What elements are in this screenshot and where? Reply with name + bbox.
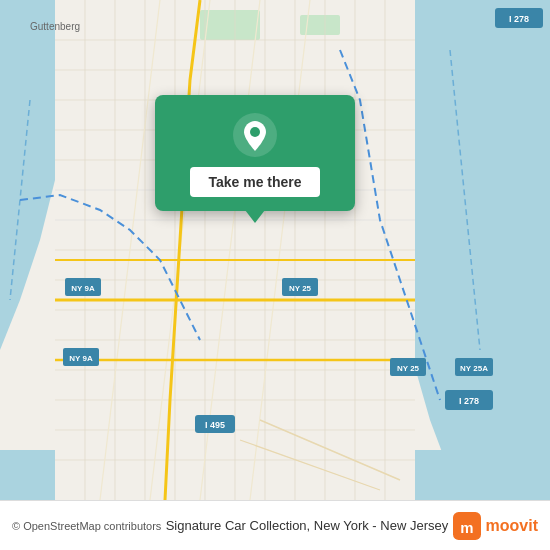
popup-card: Take me there — [155, 95, 355, 211]
location-label: Signature Car Collection, New York - New… — [166, 518, 449, 533]
take-me-there-button[interactable]: Take me there — [190, 167, 319, 197]
svg-text:I 278: I 278 — [509, 14, 529, 24]
moovit-icon: m — [453, 512, 481, 540]
svg-text:I 278: I 278 — [459, 396, 479, 406]
moovit-logo: m moovit — [453, 512, 538, 540]
attribution: © OpenStreetMap contributors — [12, 520, 161, 532]
map-svg: I 278 I 278 NY 9A NY 9A NY 25 NY 25 NY 2… — [0, 0, 550, 500]
svg-point-63 — [250, 127, 260, 137]
svg-text:NY 25: NY 25 — [289, 284, 312, 293]
svg-text:NY 25A: NY 25A — [460, 364, 488, 373]
svg-text:I 495: I 495 — [205, 420, 225, 430]
svg-text:Guttenberg: Guttenberg — [30, 21, 80, 32]
svg-text:m: m — [460, 518, 473, 535]
svg-text:NY 9A: NY 9A — [69, 354, 93, 363]
svg-rect-6 — [200, 10, 260, 40]
moovit-label: moovit — [486, 517, 538, 535]
location-pin-icon — [233, 113, 277, 157]
svg-text:NY 25: NY 25 — [397, 364, 420, 373]
map-container: I 278 I 278 NY 9A NY 9A NY 25 NY 25 NY 2… — [0, 0, 550, 500]
svg-text:NY 9A: NY 9A — [71, 284, 95, 293]
bottom-bar: © OpenStreetMap contributors Signature C… — [0, 500, 550, 550]
